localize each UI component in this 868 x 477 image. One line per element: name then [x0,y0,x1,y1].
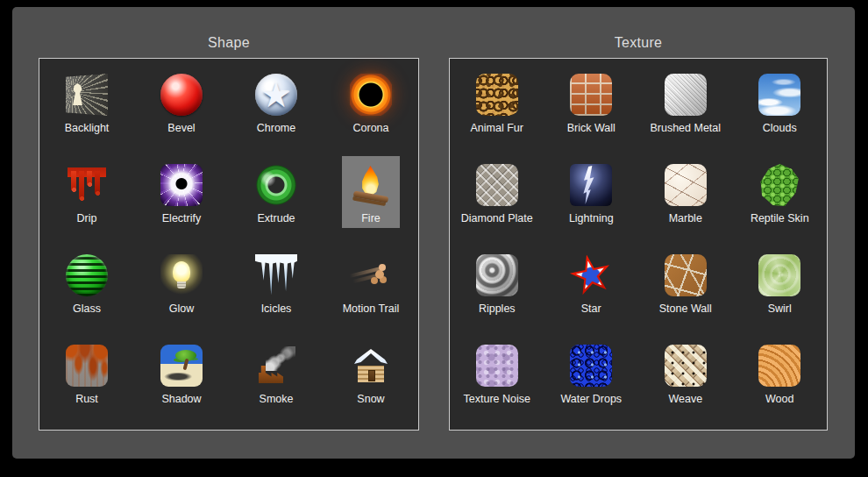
effect-item-glow[interactable]: Glow [134,246,229,337]
shape-panel-title: Shape [39,35,419,54]
effect-chip: Chrome [247,66,305,138]
effect-item-shadow[interactable]: Shadow [134,337,229,427]
effect-label: Smoke [260,393,294,405]
extrude-icon [250,159,302,211]
snow-icon [350,345,392,387]
effect-item-marble[interactable]: Marble [638,156,733,246]
effect-label: Water Drops [560,393,622,405]
effect-chip: Glow [153,246,210,318]
effect-chip: Snow [342,337,400,409]
effect-chip: Rust [58,337,116,409]
brushed-metal-icon [665,74,707,116]
effect-item-wood[interactable]: Wood [733,337,828,427]
effect-label: Reptile Skin [751,212,809,224]
effect-item-snow[interactable]: Snow [324,337,418,427]
glass-icon [66,254,108,296]
effect-chip: Motion Trail [335,246,408,318]
effect-chip: Bevel [153,66,210,138]
effect-chip: Smoke [247,337,305,409]
effect-item-ripples[interactable]: Ripples [450,246,544,337]
weave-icon [665,345,707,387]
effect-chip: Brick Wall [559,66,623,138]
effect-item-chrome[interactable]: Chrome [229,66,324,156]
effect-chip: Backlight [57,66,117,138]
texture-panel-title: Texture [449,35,828,54]
effect-item-animal-fur[interactable]: Animal Fur [450,66,544,156]
wood-icon [758,345,800,387]
effect-label: Brick Wall [567,122,615,134]
swirl-icon [758,254,800,296]
effect-item-reptile-skin[interactable]: Reptile Skin [733,156,828,246]
effect-item-backlight[interactable]: Backlight [39,66,134,156]
effect-label: Diamond Plate [461,212,533,224]
effect-item-drip[interactable]: Drip [39,156,134,246]
effect-label: Drip [77,212,97,224]
effect-chip: Water Drops [552,337,630,409]
effect-chip: Animal Fur [463,66,531,138]
effect-item-weave[interactable]: Weave [638,337,733,427]
effect-item-motion-trail[interactable]: Motion Trail [324,246,418,337]
effect-chip: Shadow [153,337,210,409]
effect-label: Fire [361,212,381,224]
effect-chip: Diamond Plate [453,156,541,228]
electrify-icon [160,164,203,206]
smoke-icon [255,345,297,387]
effect-item-diamond-plate[interactable]: Diamond Plate [450,156,544,246]
effect-label: Wood [765,393,793,405]
effect-chip: Wood [751,337,808,409]
effect-item-glass[interactable]: Glass [39,246,134,337]
diamond-plate-icon [476,164,518,206]
bevel-icon [160,74,203,116]
effect-chip: Weave [657,337,715,409]
effect-item-swirl[interactable]: Swirl [733,246,828,337]
effect-item-texture-noise[interactable]: Texture Noise [450,337,544,427]
effect-label: Glass [73,303,101,315]
effect-label: Animal Fur [471,122,523,134]
effect-chip: Glass [58,246,116,318]
effect-label: Texture Noise [464,393,530,405]
effect-label: Clouds [763,122,797,134]
effect-item-icicles[interactable]: Icicles [229,246,324,337]
effect-item-extrude[interactable]: Extrude [229,156,324,246]
effect-label: Extrude [257,212,295,224]
selected-effect-chip: Fire [342,156,400,228]
effect-label: Swirl [768,303,792,315]
effect-chip: Icicles [247,246,305,318]
effect-label: Backlight [65,122,110,134]
effect-label: Weave [668,393,702,405]
effect-item-smoke[interactable]: Smoke [229,337,324,427]
effect-label: Corona [353,122,389,134]
drip-icon [66,164,108,206]
effect-item-stone-wall[interactable]: Stone Wall [638,246,733,337]
effect-item-brushed-metal[interactable]: Brushed Metal [638,66,733,156]
effect-item-lightning[interactable]: Lightning [544,156,639,246]
fire-icon [350,164,392,206]
screen: Shape Texture BacklightBevelChromeCorona… [0,0,868,477]
effect-item-star[interactable]: Star [544,246,639,337]
effect-label: Brushed Metal [650,122,721,134]
reptile-skin-icon [758,164,800,206]
effect-chip: Drip [58,156,116,228]
shape-panel: BacklightBevelChromeCoronaDripElectrifyE… [39,58,419,431]
effect-item-electrify[interactable]: Electrify [134,156,229,246]
effect-label: Rust [75,393,98,405]
shape-grid: BacklightBevelChromeCoronaDripElectrifyE… [39,59,418,427]
effect-item-clouds[interactable]: Clouds [733,66,828,156]
effect-item-rust[interactable]: Rust [39,337,134,427]
effect-item-corona[interactable]: Corona [324,66,418,156]
clouds-icon [758,74,800,116]
effect-label: Icicles [261,303,292,315]
effect-label: Stone Wall [659,303,712,315]
effect-item-fire[interactable]: Fire [324,156,418,246]
effect-chip: Swirl [751,246,808,318]
chrome-icon [255,74,297,116]
effect-chip: Extrude [247,156,305,228]
effect-label: Chrome [257,122,295,134]
effect-item-brick-wall[interactable]: Brick Wall [544,66,639,156]
effect-item-water-drops[interactable]: Water Drops [544,337,639,427]
effect-chip: Star [562,246,620,318]
effect-label: Marble [669,212,702,224]
effect-item-bevel[interactable]: Bevel [134,66,229,156]
corona-icon [350,74,392,116]
effect-label: Snow [357,393,384,405]
